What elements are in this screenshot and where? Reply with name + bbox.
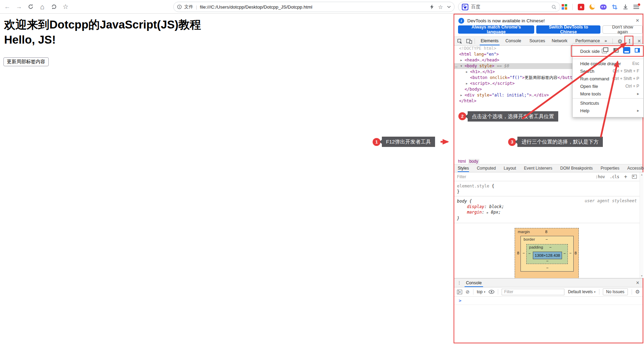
- console-settings-gear-icon[interactable]: ⚙: [635, 289, 640, 295]
- styles-filter-input[interactable]: [457, 174, 596, 179]
- console-close-icon[interactable]: ×: [636, 280, 639, 286]
- menu-item-label: Hide console drawer: [580, 61, 621, 66]
- settings-gear-icon[interactable]: ⚙: [616, 38, 624, 45]
- url-text[interactable]: file:///C:/Users/dotcpp/Desktop/Dotcpp_J…: [200, 4, 427, 10]
- menu-item-run-command[interactable]: Run commandCtrl + Shift + P: [573, 75, 643, 82]
- box-model-content[interactable]: 1308×128.438: [533, 252, 562, 259]
- css-line[interactable]: }: [457, 189, 637, 194]
- notification-buttons: Always match Chrome's language Switch De…: [458, 25, 643, 34]
- address-bar[interactable]: 文件 | file:///C:/Users/dotcpp/Desktop/Dot…: [173, 2, 455, 12]
- css-rule-block[interactable]: element.style {}: [454, 181, 640, 196]
- css-line[interactable]: margin: ▶ 8px;: [457, 209, 637, 216]
- browser-menu-icon[interactable]: [633, 5, 639, 9]
- always-match-language-button[interactable]: Always match Chrome's language: [458, 25, 534, 34]
- css-line[interactable]: }: [457, 216, 637, 221]
- assistant-extension-icon[interactable]: [600, 4, 607, 10]
- code-segment-tag: <div: [465, 93, 475, 98]
- box-model-margin[interactable]: margin 8 8 8 border − − − − padding − − …: [515, 228, 579, 282]
- bookmark-page-star-icon[interactable]: ☆: [438, 4, 443, 10]
- search-box[interactable]: 百度: [458, 2, 560, 12]
- notification-close-icon[interactable]: ×: [634, 17, 641, 24]
- inspect-element-icon[interactable]: [456, 38, 464, 45]
- dont-show-again-button[interactable]: Don't show again: [602, 25, 643, 34]
- console-context-selector[interactable]: top ▾: [477, 289, 485, 294]
- update-content-button[interactable]: 更新局部标签内容: [3, 57, 49, 66]
- devtools-tab-elements[interactable]: Elements: [480, 37, 500, 45]
- menu-item-label: Help: [580, 108, 589, 113]
- reload-icon[interactable]: [26, 2, 35, 11]
- console-sidebar-icon[interactable]: [457, 290, 462, 294]
- console-filter-input[interactable]: [502, 289, 564, 295]
- styles-tab-dom-breakpoints[interactable]: DOM Breakpoints: [560, 164, 593, 172]
- styles-tab-properties[interactable]: Properties: [601, 164, 620, 172]
- collapse-arrow-icon[interactable]: ▶: [460, 57, 465, 63]
- scroll-up-icon[interactable]: ▲: [640, 173, 643, 176]
- css-line[interactable]: display: block;: [457, 204, 637, 209]
- apps-grid-icon[interactable]: [562, 4, 567, 10]
- menu-item-more-tools[interactable]: More tools▶: [573, 90, 643, 98]
- styles-tab-computed[interactable]: Computed: [477, 164, 496, 172]
- no-issues-button[interactable]: No Issues: [603, 288, 628, 295]
- pdf-extension-icon[interactable]: ∧: [578, 4, 584, 10]
- code-segment-val: "all: initial;": [492, 93, 529, 98]
- menu-item-label: Run command: [580, 76, 609, 81]
- switch-to-chinese-button[interactable]: Switch DevTools to Chinese: [536, 25, 600, 34]
- css-line[interactable]: element.style {: [457, 183, 637, 189]
- dom-row-gutter-icon[interactable]: …: [455, 63, 457, 69]
- styles-tab-event-listeners[interactable]: Event Listeners: [524, 164, 552, 172]
- devtools-tab-network[interactable]: Network: [551, 37, 569, 45]
- console-levels-selector[interactable]: Default levels ▾: [568, 289, 595, 294]
- download-icon[interactable]: [623, 4, 628, 10]
- back-icon[interactable]: ←: [3, 2, 12, 11]
- menu-item-search[interactable]: SearchCtrl + Shift + F: [573, 67, 643, 75]
- toggle-class-button[interactable]: .cls: [610, 174, 619, 179]
- styles-scrollbar[interactable]: ▲ ▼: [640, 172, 643, 278]
- console-prompt-row[interactable]: >: [454, 297, 643, 305]
- menu-item-shortcuts[interactable]: Shortcuts: [573, 99, 643, 107]
- lightning-icon[interactable]: [430, 4, 434, 9]
- border-left-value: −: [523, 251, 525, 255]
- console-kebab-icon[interactable]: ⋮: [457, 280, 461, 285]
- styles-tab-layout[interactable]: Layout: [504, 164, 516, 172]
- history-undo-icon[interactable]: [49, 2, 58, 11]
- collapse-arrow-icon[interactable]: ▶: [466, 81, 470, 87]
- box-model-padding[interactable]: padding − − − − 1308×128.438: [526, 244, 568, 264]
- menu-item-help[interactable]: Help▶: [573, 107, 643, 114]
- styles-tab-styles[interactable]: Styles: [458, 164, 469, 172]
- devtools-close-icon[interactable]: ×: [635, 38, 643, 45]
- expand-arrow-icon[interactable]: ▼: [460, 63, 465, 69]
- bookmark-star-icon[interactable]: ☆: [61, 2, 70, 11]
- collapse-arrow-icon[interactable]: ▶: [460, 92, 465, 98]
- scroll-down-icon[interactable]: ▼: [640, 275, 643, 277]
- clear-console-icon[interactable]: ⊘: [466, 289, 470, 295]
- toggle-hover-state-button[interactable]: :hov: [596, 174, 605, 179]
- forward-icon[interactable]: →: [14, 2, 23, 11]
- margin-label: margin: [518, 230, 530, 234]
- screenshot-crop-icon[interactable]: [612, 4, 618, 10]
- css-rule-block[interactable]: user agent stylesheetbody { display: blo…: [454, 196, 640, 223]
- new-style-rule-icon[interactable]: +: [624, 174, 627, 180]
- page-info-icon[interactable]: [177, 4, 182, 9]
- breadcrumb-html[interactable]: html: [457, 159, 467, 164]
- devtools-tab-sources[interactable]: Sources: [528, 37, 546, 45]
- panel-toggle-icon[interactable]: [632, 175, 637, 179]
- home-icon[interactable]: ⌂: [38, 2, 47, 11]
- console-eye-icon[interactable]: [489, 290, 494, 294]
- search-engine-name[interactable]: 百度: [471, 4, 549, 10]
- css-segment-value: block: [489, 204, 502, 209]
- device-toolbar-icon[interactable]: [465, 38, 473, 45]
- dark-mode-extension-icon[interactable]: [589, 4, 595, 10]
- devtools-tab-console[interactable]: Console: [504, 37, 522, 45]
- padding-label: padding: [529, 245, 543, 249]
- console-drawer-tab[interactable]: Console: [465, 279, 483, 287]
- styles-tab-accessibility[interactable]: Accessibility: [627, 164, 644, 172]
- box-model-border[interactable]: border − − − − padding − − − − 1308×128.…: [520, 236, 574, 272]
- menu-item-hide-console-drawer[interactable]: Hide console drawerEsc: [573, 60, 643, 67]
- menu-item-open-file[interactable]: Open fileCtrl + P: [573, 82, 643, 90]
- search-icon[interactable]: [551, 4, 557, 10]
- collapse-arrow-icon[interactable]: ▶: [466, 69, 470, 75]
- breadcrumb-body[interactable]: body: [468, 159, 479, 164]
- baidu-logo-icon: [462, 4, 468, 10]
- browser-toolbar: ← → ⌂ ☆ 文件 | file:///C:/Users/dotcpp/Des…: [0, 0, 644, 14]
- chevron-down-icon[interactable]: [447, 6, 451, 8]
